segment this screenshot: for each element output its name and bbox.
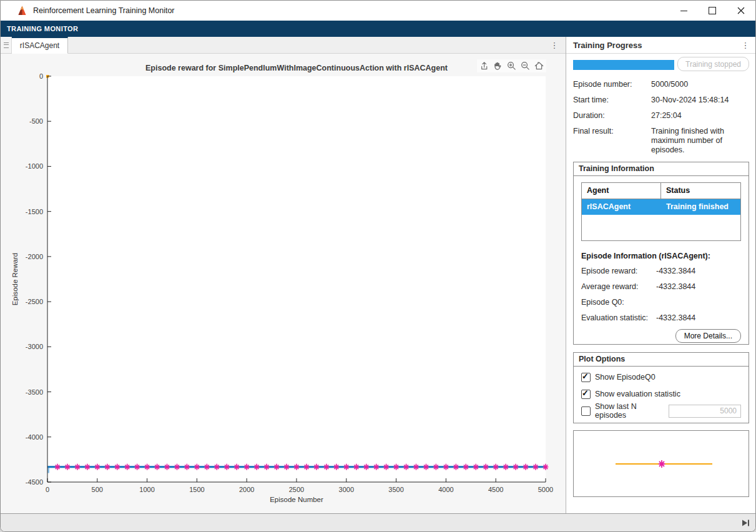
- minimize-button[interactable]: [669, 1, 698, 21]
- maximize-button[interactable]: [698, 1, 727, 21]
- agent-cell: rISACAgent: [582, 199, 661, 215]
- svg-text:0: 0: [46, 486, 49, 493]
- info-value: Training finished with maximum number of…: [651, 127, 749, 155]
- info-value: 30-Nov-2024 15:48:14: [651, 96, 749, 105]
- episode-reward-plot[interactable]: 0500100015002000250030003500400045005000…: [1, 54, 566, 516]
- episode-information-title: Episode Information (rISACAgent):: [581, 252, 741, 260]
- episode-info-row: Average reward:-4332.3844: [581, 282, 741, 292]
- info-label: Episode reward:: [581, 267, 656, 276]
- info-label: Episode number:: [573, 80, 651, 89]
- progress-row: Training stopped: [573, 57, 749, 72]
- evaluation-marker-preview: [580, 436, 742, 491]
- agent-status-table: AgentStatus rISACAgentTraining finished: [581, 182, 741, 241]
- training-progress-panel: Training Progress ⋮ Training stopped Epi…: [566, 37, 755, 514]
- svg-text:500: 500: [92, 486, 103, 493]
- progress-bar-fill: [573, 60, 674, 70]
- svg-text:-3000: -3000: [26, 343, 43, 350]
- app-window: Reinforcement Learning Training Monitor …: [0, 0, 756, 532]
- info-value: 27:25:04: [651, 111, 749, 121]
- training-progress-header: Training Progress ⋮: [566, 37, 755, 54]
- episode-information-rows: Episode reward:-4332.3844Average reward:…: [581, 267, 741, 323]
- title-bar: Reinforcement Learning Training Monitor: [1, 1, 755, 21]
- tab-label: rISACAgent: [20, 41, 59, 50]
- document-tab-bar: rISACAgent ⋮: [1, 37, 566, 54]
- training-progress-info: Episode number:5000/5000Start time:30-No…: [573, 80, 749, 161]
- progress-info-row: Start time:30-Nov-2024 15:48:14: [573, 96, 749, 105]
- svg-text:5000: 5000: [538, 486, 553, 493]
- svg-text:3000: 3000: [339, 486, 354, 493]
- plot-option-row: Show EpisodeQ0: [581, 372, 741, 383]
- minimize-icon: [680, 11, 687, 11]
- episode-info-row: Episode Q0:: [581, 298, 741, 307]
- training-stopped-button[interactable]: Training stopped: [677, 57, 749, 71]
- svg-text:4000: 4000: [438, 486, 453, 493]
- svg-text:-1000: -1000: [26, 162, 43, 170]
- info-label: Average reward:: [581, 282, 656, 292]
- matlab-logo-icon: [17, 6, 27, 16]
- progress-info-row: Duration:27:25:04: [573, 111, 749, 121]
- table-column-header: Status: [661, 183, 740, 199]
- svg-text:-4000: -4000: [26, 433, 43, 441]
- option-label: Show last N episodes: [595, 402, 669, 420]
- plot-preview: [573, 430, 749, 497]
- info-value: [656, 298, 741, 307]
- info-value: -4332.3844: [656, 267, 741, 276]
- svg-text:-2000: -2000: [26, 253, 43, 260]
- table-header-row: AgentStatus: [582, 183, 740, 199]
- training-progress-menu-icon[interactable]: ⋮: [739, 41, 752, 50]
- more-details-button[interactable]: More Details...: [675, 329, 741, 343]
- window-controls: [669, 1, 755, 21]
- training-progress-bar: [573, 60, 674, 70]
- tab-rlsacagent[interactable]: rISACAgent: [12, 37, 68, 54]
- svg-text:1500: 1500: [189, 486, 204, 493]
- checkbox-icon[interactable]: [581, 406, 591, 416]
- plot-background: [47, 76, 546, 482]
- info-value: -4332.3844: [656, 282, 741, 292]
- preview-asterisk-marker: [659, 460, 665, 468]
- episode-info-row: Evaluation statistic:-4332.3844: [581, 313, 741, 323]
- y-axis-label: Episode Reward: [11, 253, 19, 305]
- plot-options-title: Plot Options: [574, 353, 749, 367]
- close-icon: [737, 7, 745, 14]
- maximize-icon: [709, 7, 716, 14]
- svg-text:1000: 1000: [139, 486, 154, 493]
- svg-text:2000: 2000: [239, 486, 254, 493]
- svg-text:-500: -500: [29, 117, 43, 125]
- window-title: Reinforcement Learning Training Monitor: [33, 6, 175, 15]
- grip-lines-icon: [4, 42, 9, 48]
- ribbon-tab-training-monitor[interactable]: TRAINING MONITOR: [1, 21, 755, 37]
- status-cell: Training finished: [661, 199, 740, 215]
- document-area: rISACAgent ⋮ Episode reward for SimplePe…: [1, 37, 566, 514]
- svg-text:-3500: -3500: [26, 388, 43, 396]
- table-column-header: Agent: [582, 183, 661, 199]
- info-label: Episode Q0:: [581, 298, 656, 307]
- table-row[interactable]: rISACAgentTraining finished: [582, 199, 740, 215]
- last-n-episodes-input[interactable]: [669, 405, 741, 418]
- svg-text:-4500: -4500: [26, 478, 43, 486]
- svg-text:-2500: -2500: [26, 298, 43, 305]
- tab-overflow-menu-icon[interactable]: ⋮: [548, 37, 561, 53]
- plot-option-row: Show last N episodes: [581, 405, 741, 416]
- svg-text:3500: 3500: [388, 486, 403, 493]
- plot-option-row: Show evaluation statistic: [581, 388, 741, 400]
- option-label: Show EpisodeQ0: [595, 373, 655, 382]
- svg-text:2500: 2500: [289, 486, 304, 493]
- x-axis-label: Episode Number: [270, 496, 323, 503]
- checkbox-icon[interactable]: [581, 373, 591, 382]
- svg-text:0: 0: [39, 72, 43, 80]
- progress-info-row: Final result:Training finished with maxi…: [573, 127, 749, 155]
- tab-bar-spacer: [68, 37, 548, 53]
- training-progress-title: Training Progress: [573, 41, 642, 50]
- checkbox-icon[interactable]: [581, 390, 591, 399]
- training-information-title: Training Information: [574, 162, 749, 176]
- status-bar: [1, 513, 755, 531]
- info-label: Duration:: [573, 111, 651, 121]
- chart-panel: Episode reward for SimplePendlumWithImag…: [1, 54, 566, 514]
- expand-panel-icon[interactable]: [742, 518, 750, 530]
- info-value: 5000/5000: [651, 80, 749, 89]
- option-label: Show evaluation statistic: [595, 390, 680, 398]
- table-empty-area: [582, 215, 740, 240]
- info-value: -4332.3844: [656, 313, 741, 323]
- close-button[interactable]: [727, 1, 755, 21]
- panel-grip-icon[interactable]: [1, 37, 12, 53]
